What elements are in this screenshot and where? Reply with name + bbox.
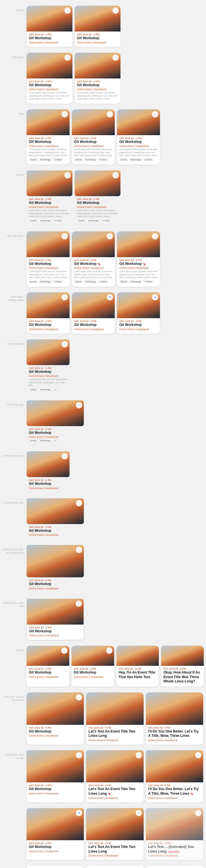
card[interactable]: ♡ SAT, AUG 20 · 6 PM Git Workshop Online… <box>27 692 84 745</box>
section-11: Backtracking to Line Box ♡ SAT, AUG 20 ·… <box>0 598 206 640</box>
section-6: 1/4 No Box Tags ♡ SAT, AUG 20 · 6 PM Git… <box>0 339 206 395</box>
card[interactable]: ♡ SAT, AUG 20 · 6 PM Git Workshop Online… <box>27 598 84 640</box>
card[interactable]: ♡ SAT, AUG 20 · 6 PM Git Workshop Online… <box>75 6 121 47</box>
card-date: SAT, AUG 20 · 5 PM <box>89 784 141 787</box>
card-date: SAT, AUG 20 · 6 PM <box>29 784 81 787</box>
section-label: Backtracking to Line Box <box>2 598 27 608</box>
card-date: SAT, AUG 20 · 5 PM <box>148 842 201 844</box>
card[interactable]: SAT, AUG 20 · 5 PM Let's Test An Event T… <box>86 692 143 745</box>
section-label: Shaded Circle <box>2 866 27 868</box>
card[interactable]: ♡ SAT, AUG 20 · 5 PM Let's Test An Event… <box>86 866 143 868</box>
section-16: Shaded Circle ♥ SAT, AUG 20 · 6 PM Git W… <box>0 866 206 868</box>
section-label: 1/3 No Box No Tags, 16:9 Aspect Ratio <box>2 545 27 554</box>
card-date: SAT, AUG 20 · 6 PM <box>119 137 158 140</box>
card[interactable]: ♡ SAT, AUG 20 · 6 PM Git Workshop Online… <box>27 498 84 539</box>
card-date: SAT, AUG 20 · 6 PM <box>29 259 67 261</box>
section-7: 1/3 No Box Tags ♡ SAT, AUG 20 · 6 PM Git… <box>0 400 206 446</box>
section-15: ♥ SAT, AUG 20 · 6 PM Git Workshop Online… <box>0 808 206 860</box>
cards-row: ♥ SAT, AUG 20 · 6 PM Git Workshop Online… <box>27 866 204 868</box>
card-date: SAT, AUG 20 · 6 PM <box>163 668 201 670</box>
section-label <box>2 808 27 811</box>
card[interactable]: ♥ SAT, AUG 20 · 6 PM Git Workshop Online… <box>72 292 115 334</box>
section-label: Description <box>2 53 27 59</box>
section-label: Less Round, Final Design <box>2 750 27 760</box>
section-label: Heart States, Simpler Hearts <box>2 292 27 302</box>
section-3: No Box ♡ SAT, AUG 20 · 6 PM Git Workshop… <box>0 170 206 226</box>
section-label: 1/3 No Box No Tags <box>2 498 27 504</box>
card-date: SAT, AUG 20 · 5 PM <box>148 726 201 729</box>
cards-row: ♡ SAT, AUG 20 · 6 PM Git Workshop Online… <box>27 110 204 165</box>
card-date: SAT, AUG 20 · 6 PM <box>74 668 112 670</box>
card[interactable]: ♡ SAT, AUG 20 · 6 PM Git Workshop Online… <box>27 339 70 395</box>
card[interactable]: 📍 SAT, AUG 20 · 5 PM Let's Test An Event… <box>146 866 203 868</box>
card[interactable]: ♡ SAT, AUG 20 · 6 PM Git Workshop Online… <box>75 53 121 104</box>
card[interactable]: ♡ SAT, AUG 20 · 5 PM Let's Test An Event… <box>86 808 143 860</box>
section-13: 16:9 Ratio, Cleaner Dimensions ♡ SAT, AU… <box>0 692 206 745</box>
card[interactable]: ♡ SAT, AUG 20 · 6 PM Git Workshop Online… <box>27 231 70 287</box>
card-date: SAT, AUG 20 · 6 PM <box>77 33 118 36</box>
card[interactable]: ♡ SAT, AUG 20 · 5 PM Let's Test An Event… <box>86 750 143 802</box>
card[interactable]: ♡ SAT, AUG 20 · 5 PM Let's Test ... (tru… <box>146 808 203 860</box>
card-date: SAT, AUG 20 · 6 PM <box>74 137 112 140</box>
cards-row: ♡ SAT, AUG 20 · 6 PM Git Workshop Online… <box>27 692 204 745</box>
cards-row: ♡ SAT, AUG 20 · 6 PM Git Workshop Online… <box>27 400 204 446</box>
card-date: SAT, AUG 20 · 6 PM <box>29 137 67 140</box>
card[interactable]: ♡ SAT, AUG 20 · 6 PM Git Workshop 🔖 Onli… <box>72 231 115 287</box>
section-5: Heart States, Simpler Hearts ♡ SAT, AUG … <box>0 292 206 334</box>
card-date: SAT, AUG 20 · 6 PM <box>29 626 81 629</box>
section-label: 1/4 Box <box>2 646 27 652</box>
section-label: 1/4 No Box No Tags <box>2 451 27 457</box>
card[interactable]: ♡ SAT, AUG 20 · 6 PM Git Workshop Online… <box>27 170 72 226</box>
card[interactable]: SAT, AUG 20 · 5 PM I'll Do You One Bette… <box>146 692 203 745</box>
card-date: SAT, AUG 20 · 6 PM <box>77 198 118 200</box>
card[interactable]: ♡ SAT, AUG 20 · 6 PM Git Workshop Online… <box>27 292 70 334</box>
card[interactable]: ♡ SAT, AUG 20 · 6 PM Git Workshop Online… <box>72 110 115 165</box>
card[interactable]: ♡ SAT, AUG 20 · 6 PM Git Workshop Online… <box>27 646 69 687</box>
card[interactable]: ♥ SAT, AUG 20 · 6 PM Git Workshop Online… <box>27 866 84 868</box>
card[interactable]: SAT, AUG 20 · 6 PM Okay, How About If An… <box>161 646 204 687</box>
section-10: 1/3 No Box No Tags, 16:9 Aspect Ratio ♡ … <box>0 545 206 592</box>
card[interactable]: ♥ SAT, AUG 20 · 6 PM Git Workshop Online… <box>27 808 84 860</box>
section-label: No Box <box>2 170 27 177</box>
card[interactable]: ♡ SAT, AUG 20 · 6 PM Git Workshop Online… <box>27 400 84 446</box>
card[interactable]: ♡ SAT, AUG 20 · 6 PM Git Workshop Online… <box>117 110 160 165</box>
card-date: SAT, AUG 20 · 6 PM <box>29 842 81 844</box>
card[interactable]: ♡ SAT, AUG 20 · 6 PM Git Workshop Online… <box>27 451 70 493</box>
cards-row: ♡ SAT, AUG 20 · 6 PM Git Workshop Online… <box>27 292 204 334</box>
card-date: SAT, AUG 20 · 6 PM <box>74 320 112 322</box>
card[interactable]: ♡ SAT, AUG 20 · 6 PM Git Workshop Online… <box>27 110 70 165</box>
card[interactable]: ♡ SAT, AUG 20 · 6 PM Git Workshop Online… <box>27 750 84 802</box>
section-1: Description ♡ SAT, AUG 20 · 6 PM Git Wor… <box>0 53 206 104</box>
card[interactable]: ♡ SAT, AUG 20 · 6 PM Git Workshop Online… <box>27 53 72 104</box>
section-label: 1/4 No Box Tags <box>2 339 27 345</box>
cards-row: ♥ SAT, AUG 20 · 6 PM Git Workshop Online… <box>27 808 204 860</box>
section-2: Tags ♡ SAT, AUG 20 · 6 PM Git Workshop O… <box>0 110 206 165</box>
section-4: New Tag Layout ♡ SAT, AUG 20 · 6 PM Git … <box>0 231 206 287</box>
section-label: New Tag Layout <box>2 231 27 238</box>
card[interactable]: ♡ SAT, AUG 20 · 5 PM I'll Do You One Bet… <box>146 750 203 802</box>
card-date: SAT, AUG 20 · 6 PM <box>29 579 81 582</box>
card-date: SAT, AUG 20 · 6 PM <box>29 668 67 670</box>
card[interactable]: ♡ SAT, AUG 20 · 6 PM Git Workshop Online… <box>27 545 84 592</box>
section-label: Original <box>2 6 27 12</box>
card[interactable]: ♡ SAT, AUG 20 · 6 PM Git Workshop 🔖 Onli… <box>117 231 160 287</box>
card[interactable]: ♡ SAT, AUG 20 · 6 PM Git Workshop Online… <box>27 6 72 47</box>
section-9: 1/3 No Box No Tags ♡ SAT, AUG 20 · 6 PM … <box>0 498 206 539</box>
card[interactable]: ♥ SAT, AUG 20 · 6 PM Git Workshop Online… <box>117 292 160 334</box>
card-date: SAT, AUG 20 · 6 PM <box>29 198 70 200</box>
card-date: SAT, AUG 20 · 6 PM <box>119 668 157 670</box>
section-label: 1/3 No Box Tags <box>2 400 27 406</box>
card-date: SAT, AUG 20 · 6 PM <box>74 259 112 261</box>
card-date: SAT, AUG 20 · 6 PM <box>29 428 81 430</box>
card-date: SAT, AUG 20 · 6 PM <box>119 259 158 261</box>
cards-row: ♡ SAT, AUG 20 · 6 PM Git Workshop Online… <box>27 451 204 493</box>
card[interactable]: ♡ SAT, AUG 20 · 6 PM Git Workshop Online… <box>75 170 121 226</box>
cards-row: ♡ SAT, AUG 20 · 6 PM Git Workshop Online… <box>27 53 204 104</box>
card[interactable]: ♡ SAT, AUG 20 · 6 PM Git Workshop Online… <box>71 646 114 687</box>
cards-row: ♡ SAT, AUG 20 · 6 PM Git Workshop Online… <box>27 646 204 687</box>
card-date: SAT, AUG 20 · 6 PM <box>29 80 70 83</box>
card[interactable]: SAT, AUG 20 · 6 PM Hey, I'm An Event Tit… <box>116 646 159 687</box>
section-0: Original ♡ SAT, AUG 20 · 6 PM Git Worksh… <box>0 6 206 47</box>
card-date: SAT, AUG 20 · 6 PM <box>29 726 81 729</box>
card-date: SAT, AUG 20 · 6 PM <box>29 367 67 369</box>
